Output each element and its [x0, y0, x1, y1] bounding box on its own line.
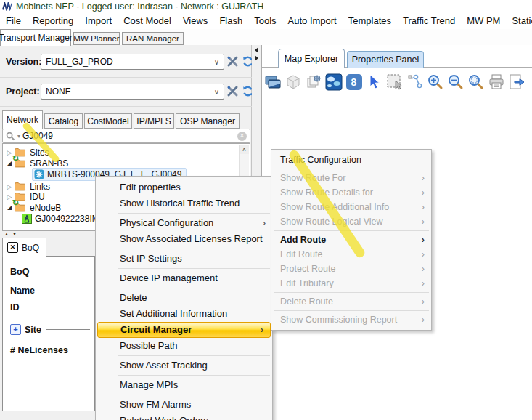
submenu-item-traffic-configuration[interactable]: Traffic Configuration	[271, 153, 431, 167]
tab-ip-mpls[interactable]: IP/MPLS	[134, 113, 174, 129]
menu-auto-import[interactable]: Auto Import	[282, 15, 343, 26]
menu-file[interactable]: File	[0, 15, 27, 26]
splitter-up-icon[interactable]: ▲	[4, 232, 12, 236]
cursor-select-icon[interactable]	[365, 73, 383, 92]
tab-osp-manager[interactable]: OSP Manager	[176, 113, 240, 129]
menu-item-physical-configuration[interactable]: Physical Configuration›	[96, 215, 272, 231]
expand-collapsed-icon[interactable]: ▷	[5, 183, 14, 190]
submenu-item-show-commissioning-report[interactable]: Show Commissioning Report›	[271, 312, 431, 327]
layers-icon[interactable]	[263, 73, 282, 92]
menu-item-edit-properties[interactable]: Edit properties	[96, 179, 272, 195]
menu-item-possible-path[interactable]: Possible Path	[96, 338, 272, 354]
menu-separator	[118, 213, 270, 214]
chevron-down-icon[interactable]: ∨	[214, 88, 224, 96]
plus-icon[interactable]: +	[10, 324, 21, 335]
tab-map-explorer[interactable]: Map Explorer	[278, 49, 345, 68]
menu-templates[interactable]: Templates	[343, 15, 397, 26]
menu-item-show-historical-traffic-trend[interactable]: Show Historical Traffic Trend	[96, 195, 272, 211]
menu-item-set-ip-settings[interactable]: Set IP Settings	[96, 251, 272, 267]
menu-import[interactable]: Import	[79, 15, 118, 26]
application-window: Mobinets NEP - Logged user: Indrasan - N…	[0, 0, 532, 420]
menu-item-circuit-manager[interactable]: Circuit Manager›	[97, 322, 271, 338]
project-tools-icon[interactable]	[226, 85, 239, 100]
submenu-arrow-icon: ›	[422, 247, 425, 262]
tab-properties-panel[interactable]: Properties Panel	[347, 51, 424, 68]
submenu-item-edit-tributary[interactable]: Edit Tributary›	[271, 276, 431, 291]
tab-ran-manager[interactable]: RAN Manager	[122, 32, 184, 45]
search-caret-icon[interactable]: ▾	[17, 133, 20, 140]
menu-item-show-associated-licenses-report[interactable]: Show Associated Licenses Report	[96, 231, 272, 247]
splitter-down-icon[interactable]: ▼	[12, 232, 20, 236]
menu-separator	[274, 230, 429, 231]
submenu-arrow-icon: ›	[261, 323, 263, 337]
google-icon[interactable]: 8	[345, 73, 363, 92]
folder-icon	[14, 182, 26, 191]
tree-item-sran-bs[interactable]: ◢ ↻ SRAN-BS	[5, 158, 68, 169]
submenu-item-show-route-logical-view[interactable]: Show Route Logical View›	[271, 214, 431, 229]
search-clear-icon[interactable]: ×	[237, 132, 247, 141]
boq-tab[interactable]: ✕ BoQ	[2, 238, 46, 257]
boq-field-boq: BoQ	[10, 267, 90, 277]
circuit-manager-submenu: Traffic Configuration Show Route For› Sh…	[271, 149, 432, 331]
polyline-tool-icon[interactable]	[406, 73, 424, 92]
menu-item-set-additional-information[interactable]: Set Additional Information	[96, 306, 272, 322]
menu-traffic-trend[interactable]: Traffic Trend	[397, 15, 461, 26]
marquee-select-icon[interactable]	[385, 73, 404, 92]
submenu-item-protect-route[interactable]: Protect Route›	[271, 262, 431, 276]
tree-item-enodeb-cell[interactable]: GJ004922238IM	[22, 213, 99, 224]
project-combobox[interactable]: NONE ∨	[41, 84, 224, 100]
close-icon[interactable]: ✕	[7, 242, 18, 253]
tab-catalog[interactable]: Catalog	[44, 113, 83, 129]
submenu-item-add-route[interactable]: Add Route›	[271, 233, 431, 247]
menu-bar: File Reporting Import Cost Model Views F…	[0, 12, 532, 29]
submenu-item-show-route-details-for[interactable]: Show Route Details for›	[271, 185, 431, 200]
menu-item-manage-mpis[interactable]: Manage MPIs	[96, 377, 272, 393]
cube-3d-icon[interactable]	[284, 73, 302, 92]
version-combobox[interactable]: FULL_GJ_PROD ∨	[41, 54, 224, 70]
menu-item-show-asset-tracking[interactable]: Show Asset Tracking	[96, 358, 272, 373]
world-map-icon[interactable]	[324, 73, 343, 92]
app-logo-icon	[2, 2, 12, 11]
menu-static-elements[interactable]: Static Elements	[506, 15, 532, 26]
chevron-down-icon[interactable]: ∨	[214, 58, 224, 66]
menu-item-show-fm-alarms[interactable]: Show FM Alarms	[96, 397, 272, 413]
submenu-item-edit-route[interactable]: Edit Route›	[271, 247, 431, 262]
menu-flash[interactable]: Flash	[213, 15, 248, 26]
copy-globe-icon[interactable]	[304, 73, 322, 92]
tree-item-links[interactable]: ▷ Links	[5, 181, 50, 192]
menu-cost-model[interactable]: Cost Model	[118, 15, 177, 26]
version-tools-icon[interactable]	[226, 55, 239, 70]
splitter-right-icon[interactable]	[255, 55, 258, 61]
menu-views[interactable]: Views	[177, 15, 213, 26]
search-value: GJ0049	[22, 131, 53, 141]
submenu-item-show-route-for[interactable]: Show Route For›	[271, 171, 431, 185]
zoom-selection-icon[interactable]	[467, 73, 485, 92]
tab-mw-planner[interactable]: MW Planner	[73, 32, 120, 45]
divider	[33, 272, 90, 272]
tab-costmodel[interactable]: CostModel	[84, 113, 132, 129]
submenu-item-delete-route[interactable]: Delete Route›	[271, 294, 431, 309]
scroll-up-icon[interactable]: ∧	[240, 145, 249, 154]
submenu-arrow-icon: ›	[422, 294, 425, 309]
menu-item-delete[interactable]: Delete	[96, 290, 272, 306]
zoom-in-icon[interactable]	[426, 73, 444, 92]
submenu-item-show-route-additional-info[interactable]: Show Route Additional Info›	[271, 200, 431, 214]
menu-item-related-work-orders[interactable]: Related Work Orders	[96, 413, 272, 420]
tab-network[interactable]: Network	[2, 110, 43, 129]
tree-item-idu[interactable]: ▷ IDU	[5, 191, 45, 202]
submenu-arrow-icon: ›	[422, 185, 425, 200]
tree-item-enodeb[interactable]: ◢ ↻ eNodeB	[5, 202, 61, 213]
menu-item-device-ip-management[interactable]: Device IP management	[96, 270, 272, 286]
tree-search-input[interactable]: ▾ GJ0049 ×	[2, 129, 250, 143]
menu-reporting[interactable]: Reporting	[27, 15, 79, 26]
menu-tools[interactable]: Tools	[248, 15, 282, 26]
version-value: FULL_GJ_PROD	[46, 57, 113, 67]
tab-transport-manager[interactable]: Transport Manager	[0, 29, 71, 46]
submenu-arrow-icon: ›	[422, 262, 425, 276]
print-icon[interactable]	[487, 73, 505, 92]
splitter-left-icon[interactable]	[255, 47, 258, 53]
menu-mw-pm[interactable]: MW PM	[461, 15, 506, 26]
splitter-handle[interactable]: ▲▼	[4, 232, 20, 236]
zoom-out-icon[interactable]	[446, 73, 465, 92]
export-page-icon[interactable]	[507, 73, 525, 92]
